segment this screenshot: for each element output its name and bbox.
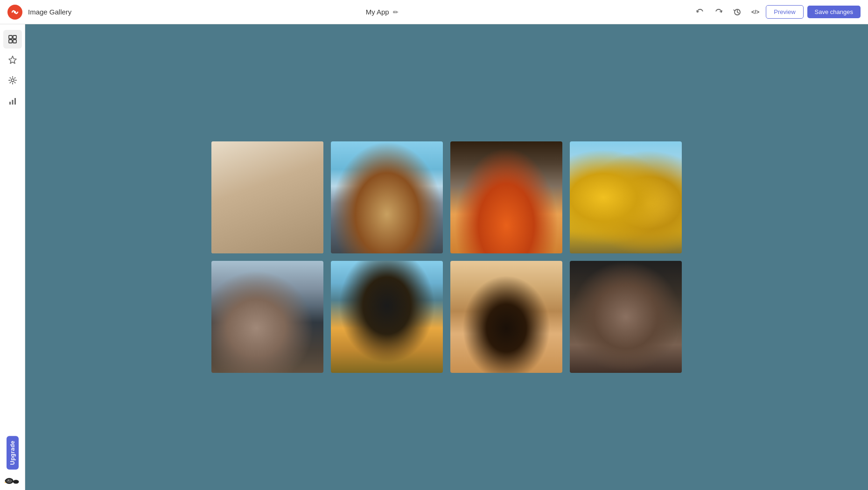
svg-rect-3 (13, 35, 16, 39)
save-changes-button[interactable]: Save changes (807, 6, 861, 18)
redo-button[interactable] (711, 5, 726, 20)
topbar-right: </> Preview Save changes (693, 5, 861, 20)
undo-button[interactable] (693, 5, 707, 20)
gallery-image-1[interactable] (211, 141, 323, 253)
svg-rect-5 (13, 40, 16, 43)
sidebar-item-settings[interactable] (3, 71, 22, 90)
svg-point-0 (14, 11, 16, 13)
svg-point-6 (11, 79, 14, 82)
code-icon: </> (751, 9, 759, 15)
gallery-image-2[interactable] (331, 141, 443, 253)
gallery-image-3[interactable] (450, 141, 562, 253)
gallery-image-4[interactable] (570, 141, 682, 253)
app-logo (7, 5, 22, 20)
gallery-image-8[interactable] (570, 261, 682, 373)
gallery-image-6[interactable] (331, 261, 443, 373)
bird-logo-icon (4, 475, 21, 484)
history-button[interactable] (730, 5, 745, 20)
svg-point-13 (8, 480, 9, 481)
gallery-canvas (25, 24, 868, 490)
sidebar-item-dashboard[interactable] (3, 30, 22, 49)
sidebar-item-analytics[interactable] (3, 91, 22, 110)
upgrade-button[interactable]: Upgrade (7, 436, 19, 469)
svg-rect-4 (9, 40, 12, 43)
topbar: Image Gallery My App ✏ </> (0, 0, 868, 24)
gallery-image-5[interactable] (211, 261, 323, 373)
sidebar-item-pins[interactable] (3, 50, 22, 69)
svg-point-12 (13, 480, 19, 483)
svg-rect-7 (9, 102, 11, 105)
preview-button[interactable]: Preview (766, 5, 803, 19)
main-layout: Upgrade (0, 24, 868, 490)
svg-rect-9 (14, 98, 16, 105)
topbar-center: My App ✏ (77, 8, 687, 16)
image-gallery-grid (211, 141, 682, 373)
sidebar: Upgrade (0, 24, 25, 490)
app-name: My App (366, 8, 389, 16)
code-button[interactable]: </> (749, 5, 762, 20)
edit-app-name-icon[interactable]: ✏ (393, 8, 399, 16)
svg-point-11 (6, 479, 12, 483)
svg-rect-2 (9, 35, 12, 39)
svg-rect-8 (12, 100, 13, 105)
gallery-image-7[interactable] (450, 261, 562, 373)
component-title: Image Gallery (28, 8, 71, 16)
